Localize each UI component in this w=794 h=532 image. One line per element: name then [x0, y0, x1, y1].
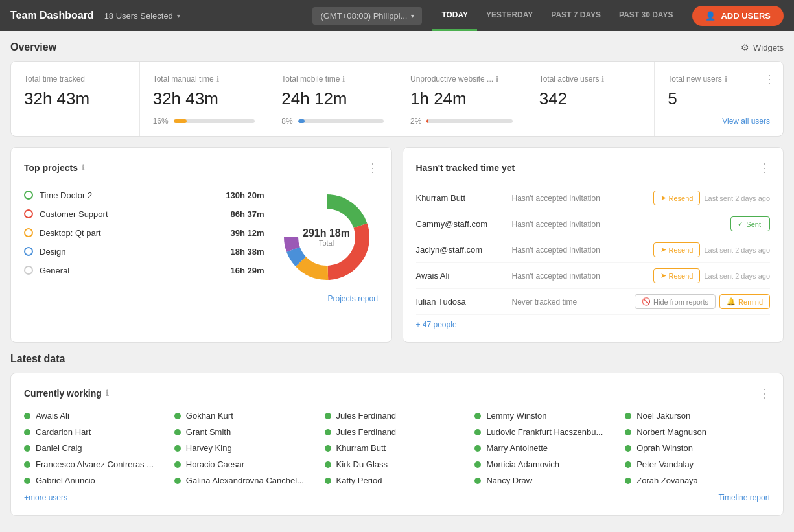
project-time: 130h 20m: [226, 191, 264, 200]
project-item: General 16h 29m: [24, 266, 264, 275]
timezone-selector[interactable]: (GMT+08:00) Philippi... ▾: [312, 7, 422, 25]
resend-button[interactable]: ➤ Resend: [653, 242, 701, 257]
stat-card-manual-time: Total manual time ℹ 32h 43m 16%: [140, 62, 269, 136]
tracked-user-name: Iulian Tudosa: [416, 297, 507, 306]
user-name: Ludovic Frankfurt Hacszenbu...: [486, 427, 603, 437]
projects-info-icon[interactable]: ℹ: [82, 163, 85, 172]
project-dot-blue: [24, 247, 33, 256]
project-dot-gray: [24, 266, 33, 275]
user-online-dot: [174, 445, 181, 452]
tracked-actions: 🚫 Hide from reports 🔔 Remind: [635, 294, 770, 309]
user-online-dot: [174, 461, 181, 468]
timeline-report-link[interactable]: Timeline report: [718, 493, 770, 502]
user-item: Daniel Craig: [24, 443, 169, 453]
hide-label: Hide from reports: [653, 298, 708, 306]
user-online-dot: [174, 478, 181, 484]
manual-time-bar-row: 16%: [153, 117, 255, 126]
user-online-dot: [474, 413, 481, 419]
currently-working-more-icon[interactable]: ⋮: [758, 386, 770, 400]
user-name: Oprah Winston: [636, 443, 693, 453]
last-sent-label: Last sent 2 days ago: [704, 194, 770, 202]
user-name: Peter Vandalay: [636, 459, 694, 469]
timezone-label: (GMT+08:00) Philippi...: [320, 11, 407, 21]
users-selected-chevron-icon: ▾: [177, 12, 180, 19]
more-people-link[interactable]: + 47 people: [416, 320, 457, 329]
sent-button[interactable]: ✓ Sent!: [730, 216, 770, 231]
user-online-dot: [24, 413, 30, 419]
currently-working-info-icon[interactable]: ℹ: [106, 389, 109, 398]
user-name: Norbert Magnuson: [636, 427, 706, 437]
currently-working-title: Currently working ℹ: [24, 388, 109, 399]
user-online-dot: [325, 461, 331, 468]
user-item: Harvey King: [174, 443, 320, 453]
hide-from-reports-button[interactable]: 🚫 Hide from reports: [635, 294, 716, 309]
user-online-dot: [325, 445, 331, 452]
user-name: Nancy Draw: [486, 476, 532, 485]
widgets-button[interactable]: ⚙ Widgets: [741, 42, 784, 52]
more-users-link[interactable]: +more users: [24, 493, 67, 502]
user-name: Jules Ferdinand: [336, 411, 397, 421]
projects-more-icon[interactable]: ⋮: [367, 161, 379, 175]
project-item: Customer Support 86h 37m: [24, 209, 264, 219]
user-item: Norbert Magnuson: [625, 427, 770, 437]
unproductive-bar-bg: [426, 119, 512, 123]
user-name: Khurram Butt: [336, 443, 386, 453]
resend-button[interactable]: ➤ Resend: [653, 191, 701, 205]
user-name: Noel Jakurson: [636, 411, 690, 421]
user-name: Cardarion Hart: [36, 427, 91, 437]
project-name: Design: [40, 247, 224, 257]
tracked-user-name: Cammy@staff.com: [416, 219, 507, 229]
user-online-dot: [625, 413, 631, 419]
stat-label-unproductive: Unproductive website ... ℹ: [410, 75, 513, 84]
user-online-dot: [625, 461, 631, 468]
new-users-more-icon[interactable]: ⋮: [764, 72, 775, 86]
stat-card-mobile-time: Total mobile time ℹ 24h 12m 8%: [268, 62, 397, 136]
resend-icon: ➤: [660, 194, 666, 202]
user-online-dot: [325, 478, 331, 484]
stat-card-unproductive: Unproductive website ... ℹ 1h 24m 2%: [397, 62, 526, 136]
user-online-dot: [474, 478, 481, 484]
stat-card-new-users: ⋮ Total new users ℹ 5 View all users: [655, 62, 783, 136]
manual-time-info-icon[interactable]: ℹ: [216, 75, 219, 84]
user-online-dot: [174, 429, 181, 435]
last-sent-label: Last sent 2 days ago: [704, 272, 770, 280]
mobile-time-info-icon[interactable]: ℹ: [342, 75, 345, 84]
add-users-button[interactable]: 👤 ADD USERS: [692, 6, 784, 26]
user-name: Kirk Du Glass: [336, 459, 388, 469]
user-online-dot: [625, 478, 631, 484]
currently-working-header: Currently working ℹ ⋮: [24, 386, 770, 400]
new-users-info-icon[interactable]: ℹ: [725, 75, 727, 84]
tracked-user-name: Jaclyn@staff.com: [416, 245, 507, 255]
middle-panels: Top projects ℹ ⋮ Time Doctor 2 130h 20m …: [10, 147, 784, 343]
widgets-label: Widgets: [753, 43, 784, 52]
user-online-dot: [474, 429, 481, 435]
hasnt-tracked-panel: Hasn't tracked time yet ⋮ Khurram Butt H…: [403, 147, 784, 343]
user-online-dot: [24, 445, 30, 452]
user-item: Marry Antoinette: [474, 443, 620, 453]
filter-past7[interactable]: PAST 7 DAYS: [542, 0, 610, 31]
users-selected-filter[interactable]: 18 Users Selected ▾: [104, 11, 180, 21]
resend-button[interactable]: ➤ Resend: [653, 268, 701, 283]
tracked-row: Awais Ali Hasn't accepted invitation ➤ R…: [416, 263, 771, 289]
projects-report-link[interactable]: Projects report: [24, 294, 379, 303]
user-online-dot: [625, 429, 631, 435]
project-time: 16h 29m: [230, 266, 264, 275]
filter-today[interactable]: TODAY: [432, 0, 477, 31]
tracked-actions: ✓ Sent!: [730, 216, 770, 231]
unproductive-info-icon[interactable]: ℹ: [496, 75, 498, 84]
latest-data-title: Latest data: [10, 353, 784, 365]
tracked-status: Hasn't accepted invitation: [512, 272, 648, 281]
filter-past30[interactable]: PAST 30 DAYS: [610, 0, 682, 31]
user-online-dot: [325, 413, 331, 419]
user-name: Grant Smith: [186, 427, 231, 437]
view-all-users-link[interactable]: View all users: [668, 117, 770, 126]
top-projects-panel: Top projects ℹ ⋮ Time Doctor 2 130h 20m …: [10, 147, 392, 343]
filter-yesterday[interactable]: YESTERDAY: [477, 0, 542, 31]
tracked-more-icon[interactable]: ⋮: [758, 161, 770, 175]
tracked-actions: ➤ Resend Last sent 2 days ago: [653, 191, 770, 205]
project-name: Customer Support: [40, 209, 224, 219]
user-name: Daniel Craig: [36, 443, 82, 453]
active-users-info-icon[interactable]: ℹ: [601, 75, 604, 84]
users-grid: Awais Ali Gokhan Kurt Jules Ferdinand Le…: [24, 411, 770, 485]
remind-button[interactable]: 🔔 Remind: [719, 294, 770, 309]
